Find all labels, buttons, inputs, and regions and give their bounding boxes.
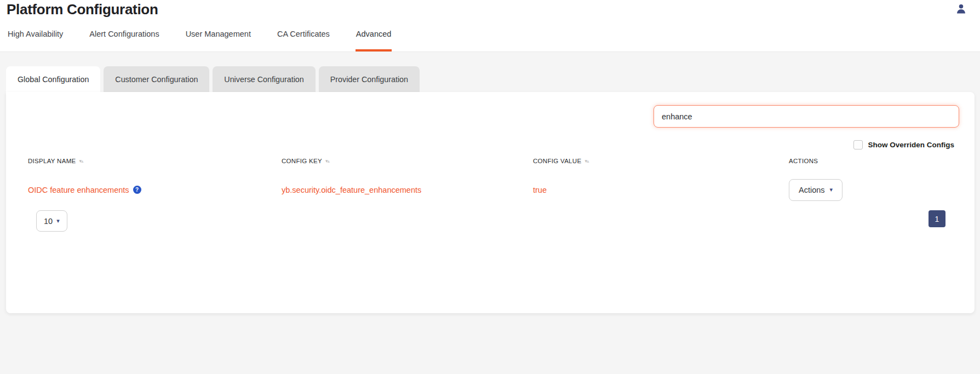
user-icon[interactable] <box>955 3 967 15</box>
sort-asc-icon[interactable]: ▴ <box>81 158 83 164</box>
table-row: OIDC feature enhancements ? yb.security.… <box>6 179 975 201</box>
main-content: Global Configuration Customer Configurat… <box>0 52 980 313</box>
tab-user-management[interactable]: User Management <box>185 27 251 51</box>
search-row <box>6 92 975 128</box>
subtab-universe-configuration[interactable]: Universe Configuration <box>213 66 315 92</box>
page-size-value: 10 <box>44 217 53 226</box>
column-label: DISPLAY NAME <box>28 158 76 164</box>
subtab-provider-configuration[interactable]: Provider Configuration <box>319 66 420 92</box>
tab-alert-configurations[interactable]: Alert Configurations <box>89 27 159 51</box>
override-row: Show Overriden Configs <box>6 128 975 149</box>
display-name-text: OIDC feature enhancements <box>28 186 129 194</box>
column-header-config-key: CONFIG KEY ▾▴ <box>282 158 533 164</box>
config-key-cell: yb.security.oidc_feature_enhancements <box>282 186 533 194</box>
page-title: Platform Configuration <box>0 0 980 19</box>
subtab-global-configuration[interactable]: Global Configuration <box>6 66 100 92</box>
caret-down-icon: ▾ <box>56 218 60 224</box>
display-name-cell: OIDC feature enhancements ? <box>28 186 282 194</box>
help-icon[interactable]: ? <box>133 186 141 194</box>
sort-asc-icon[interactable]: ▴ <box>587 158 589 164</box>
actions-cell: Actions ▾ <box>789 179 975 201</box>
sort-asc-icon[interactable]: ▴ <box>327 158 329 164</box>
tab-high-availability[interactable]: High Availability <box>7 27 64 51</box>
table-header: DISPLAY NAME ▾▴ CONFIG KEY ▾▴ CONFIG VAL… <box>6 158 975 164</box>
tab-ca-certificates[interactable]: CA Certificates <box>277 27 330 51</box>
show-overridden-checkbox[interactable] <box>853 140 863 149</box>
caret-down-icon: ▾ <box>830 187 833 193</box>
table-footer: 10 ▾ 1 <box>6 201 975 232</box>
column-header-display-name: DISPLAY NAME ▾▴ <box>28 158 282 164</box>
column-header-actions: ACTIONS <box>789 158 975 164</box>
top-nav-tabs: High Availability Alert Configurations U… <box>0 27 980 51</box>
sort-icon[interactable]: ▾▴ <box>325 159 329 164</box>
subtab-customer-configuration[interactable]: Customer Configuration <box>104 66 209 92</box>
actions-dropdown-button[interactable]: Actions ▾ <box>789 179 843 201</box>
column-label: CONFIG VALUE <box>533 158 581 164</box>
config-search-input[interactable] <box>654 105 959 128</box>
pagination-page-1-button[interactable]: 1 <box>929 210 945 227</box>
page-size-dropdown[interactable]: 10 ▾ <box>36 210 67 232</box>
column-label: ACTIONS <box>789 158 818 164</box>
tab-advanced[interactable]: Advanced <box>356 27 392 51</box>
show-overridden-label: Show Overriden Configs <box>868 141 954 149</box>
config-subtabs: Global Configuration Customer Configurat… <box>6 66 975 92</box>
column-header-config-value: CONFIG VALUE ▾▴ <box>533 158 789 164</box>
app-header: Platform Configuration High Availability… <box>0 0 980 52</box>
sort-icon[interactable]: ▾▴ <box>584 159 588 164</box>
actions-button-label: Actions <box>799 186 825 194</box>
config-value-cell: true <box>533 186 789 194</box>
sort-icon[interactable]: ▾▴ <box>79 159 83 164</box>
global-configuration-panel: Show Overriden Configs DISPLAY NAME ▾▴ C… <box>6 92 975 313</box>
column-label: CONFIG KEY <box>282 158 322 164</box>
